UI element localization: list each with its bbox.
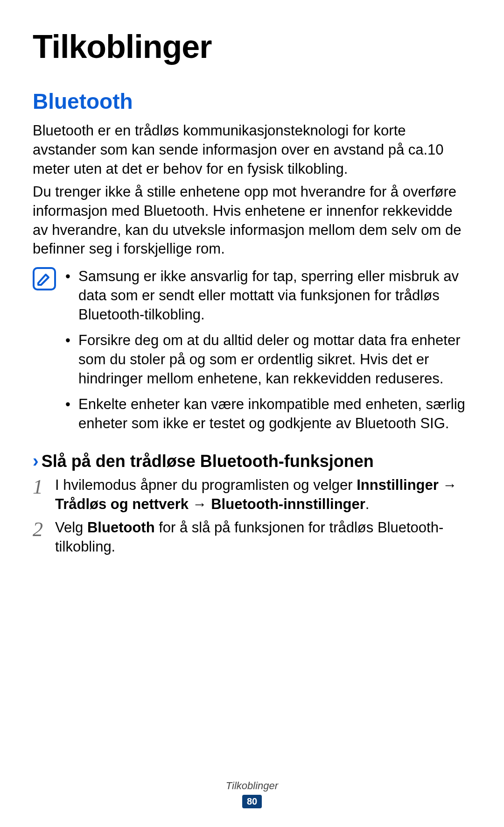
paragraph-intro-1: Bluetooth er en trådløs kommunikasjonste… bbox=[33, 121, 471, 179]
step-body: I hvilemodus åpner du programlisten og v… bbox=[55, 476, 471, 514]
page: Tilkoblinger Bluetooth Bluetooth er en t… bbox=[0, 0, 504, 827]
note-list: Samsung er ikke ansvarlig for tap, sperr… bbox=[65, 267, 471, 439]
step-text: . bbox=[365, 496, 370, 512]
step-2: 2 Velg Bluetooth for å slå på funksjonen… bbox=[33, 518, 471, 557]
step-bold: Innstillinger bbox=[357, 477, 439, 493]
note-item: Enkelte enheter kan være inkompatible me… bbox=[65, 395, 471, 433]
step-bold: Bluetooth-innstillinger bbox=[211, 496, 365, 512]
note-item: Forsikre deg om at du alltid deler og mo… bbox=[65, 331, 471, 389]
step-text: I hvilemodus åpner du programlisten og v… bbox=[55, 477, 357, 493]
step-bold: Bluetooth bbox=[87, 519, 155, 536]
note-icon bbox=[33, 267, 56, 290]
subheading: › Slå på den trådløse Bluetooth-funksjon… bbox=[33, 451, 471, 471]
step-1: 1 I hvilemodus åpner du programlisten og… bbox=[33, 476, 471, 514]
page-number-badge: 80 bbox=[242, 795, 262, 808]
paragraph-intro-2: Du trenger ikke å stille enhetene opp mo… bbox=[33, 183, 471, 259]
note-block: Samsung er ikke ansvarlig for tap, sperr… bbox=[33, 267, 471, 439]
step-number: 2 bbox=[33, 518, 55, 540]
note-item: Samsung er ikke ansvarlig for tap, sperr… bbox=[65, 267, 471, 325]
subheading-text: Slå på den trådløse Bluetooth-funksjonen bbox=[42, 452, 374, 471]
page-title: Tilkoblinger bbox=[33, 28, 471, 65]
step-text: Velg bbox=[55, 519, 87, 536]
footer-section-label: Tilkoblinger bbox=[0, 780, 504, 792]
arrow-icon: → bbox=[439, 477, 457, 493]
step-bold: Trådløs og nettverk bbox=[55, 496, 189, 512]
section-title-bluetooth: Bluetooth bbox=[33, 89, 471, 114]
step-number: 1 bbox=[33, 476, 55, 497]
step-body: Velg Bluetooth for å slå på funksjonen f… bbox=[55, 518, 471, 557]
chevron-icon: › bbox=[33, 451, 39, 471]
page-footer: Tilkoblinger 80 bbox=[0, 780, 504, 808]
arrow-icon: → bbox=[189, 496, 211, 512]
